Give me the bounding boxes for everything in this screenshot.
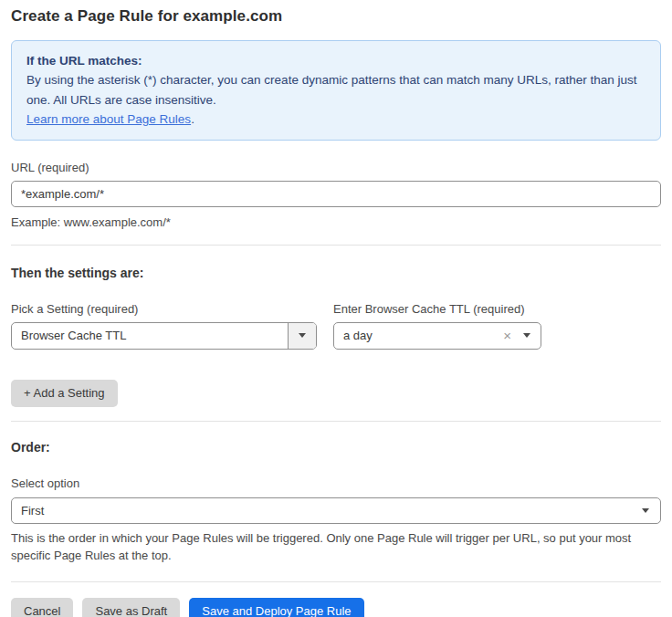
divider (11, 245, 661, 246)
pick-setting-select[interactable]: Browser Cache TTL (11, 322, 317, 350)
info-box-heading: If the URL matches: (26, 51, 646, 70)
save-draft-button[interactable]: Save as Draft (82, 598, 180, 617)
divider (11, 581, 661, 582)
pick-setting-label: Pick a Setting (required) (11, 302, 317, 316)
clear-icon[interactable]: × (503, 329, 511, 342)
order-select-value: First (12, 504, 642, 518)
cancel-button[interactable]: Cancel (11, 598, 73, 617)
info-box-body: By using the asterisk (*) character, you… (26, 70, 646, 110)
order-section-heading: Order: (11, 440, 661, 455)
add-setting-button[interactable]: + Add a Setting (11, 380, 118, 407)
order-help-text: This is the order in which your Page Rul… (11, 529, 661, 565)
ttl-value: a day (334, 329, 503, 342)
divider (11, 421, 661, 422)
learn-more-link[interactable]: Learn more about Page Rules (26, 112, 191, 126)
page-title: Create a Page Rule for example.com (11, 7, 661, 26)
ttl-combobox[interactable]: a day × (333, 322, 541, 350)
page-rule-form: Create a Page Rule for example.com If th… (0, 0, 672, 617)
select-arrow-segment[interactable] (288, 323, 316, 349)
settings-row: Pick a Setting (required) Browser Cache … (11, 302, 661, 350)
order-select[interactable]: First (11, 497, 661, 524)
pick-setting-value: Browser Cache TTL (12, 329, 288, 342)
info-box-link-line: Learn more about Page Rules. (26, 110, 646, 129)
url-match-info-box: If the URL matches: By using the asteris… (11, 40, 661, 141)
ttl-column: Enter Browser Cache TTL (required) a day… (333, 302, 541, 350)
save-deploy-button[interactable]: Save and Deploy Page Rule (189, 598, 363, 617)
caret-down-icon (299, 333, 306, 338)
url-example-text: Example: www.example.com/* (11, 214, 661, 232)
url-input[interactable] (11, 181, 661, 207)
order-select-label: Select option (11, 476, 661, 490)
caret-down-icon (523, 333, 530, 338)
settings-section-heading: Then the settings are: (11, 266, 661, 280)
pick-setting-column: Pick a Setting (required) Browser Cache … (11, 302, 317, 350)
actions-row: Cancel Save as Draft Save and Deploy Pag… (11, 598, 661, 617)
link-suffix: . (191, 112, 194, 126)
ttl-label: Enter Browser Cache TTL (required) (333, 302, 541, 316)
url-field-label: URL (required) (11, 161, 661, 174)
caret-down-icon (642, 508, 649, 513)
